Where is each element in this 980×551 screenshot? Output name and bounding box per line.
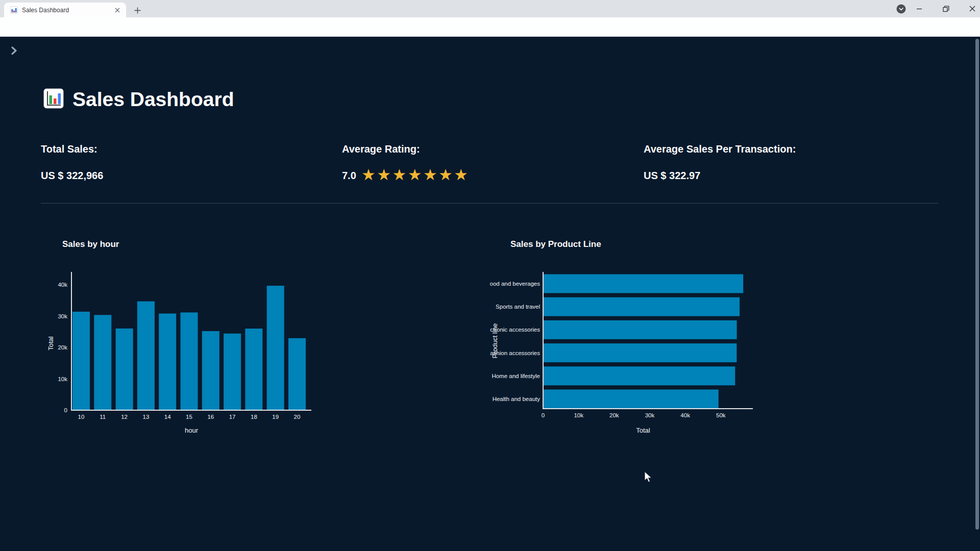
horizontal-divider [41, 203, 938, 204]
y-tick-label: Home and lifestyle [492, 373, 540, 379]
tab-strip: Sales Dashboard [0, 0, 980, 17]
x-tick-label: 10 [78, 414, 85, 420]
x-tick-label: 30k [645, 412, 655, 418]
x-axis-title: Total [636, 427, 650, 434]
bar [544, 297, 740, 316]
y-axis-title: Total [47, 336, 55, 350]
x-tick-label: 40k [680, 412, 690, 418]
tab-close-icon[interactable] [113, 6, 122, 15]
x-tick-label: 10k [574, 412, 583, 418]
x-tick-label: 20k [609, 412, 619, 418]
scrollbar-thumb[interactable] [975, 39, 979, 530]
y-tick-label: 20k [58, 344, 67, 350]
sales-by-product-line-chart: Sales by Product LineFood and beveragesS… [490, 219, 786, 450]
page-title: Sales Dashboard [72, 88, 234, 111]
y-tick-label: 40k [58, 282, 67, 288]
x-axis-title: hour [185, 427, 199, 434]
x-tick-label: 19 [272, 414, 279, 420]
bar [72, 312, 90, 410]
kpi-total-sales: Total Sales: US $ 322,966 [41, 143, 103, 182]
bar [544, 320, 737, 339]
x-tick-label: 20 [294, 414, 301, 420]
kpi-label: Total Sales: [41, 143, 103, 155]
kpi-value: 7.0 [342, 170, 356, 182]
bar [181, 312, 198, 410]
x-tick-label: 11 [100, 414, 106, 420]
browser-tab[interactable]: Sales Dashboard [4, 3, 126, 17]
bar [116, 329, 133, 410]
x-tick-label: 15 [186, 414, 192, 420]
bar-chart-emoji [43, 88, 64, 111]
bar [245, 329, 262, 410]
bar [202, 331, 219, 410]
chart-title: Sales by Product Line [510, 239, 601, 249]
x-tick-label: 17 [229, 414, 236, 420]
y-tick-label: 10k [58, 376, 67, 382]
streamlit-app: Sales Dashboard Total Sales: US $ 322,96… [0, 37, 980, 551]
bar [94, 315, 111, 410]
bar [159, 314, 176, 410]
y-tick-label: 0 [64, 407, 67, 413]
expand-sidebar-chevron-icon[interactable] [9, 45, 18, 58]
mouse-cursor [644, 471, 653, 486]
x-tick-label: 0 [542, 412, 545, 418]
x-tick-label: 16 [207, 414, 214, 420]
y-tick-label: Food and beverages [490, 281, 540, 287]
bar [267, 286, 284, 410]
new-tab-button[interactable] [131, 4, 144, 17]
y-tick-label: Sports and travel [496, 304, 540, 310]
kpi-value: US $ 322,966 [41, 170, 103, 182]
bar [544, 366, 735, 385]
x-tick-label: 18 [251, 414, 257, 420]
browser-toolbar: localhost:8501 文 A G [0, 17, 980, 37]
chart-title: Sales by hour [62, 239, 119, 249]
browser-window: Sales Dashboard [0, 0, 980, 551]
kpi-label: Average Sales Per Transaction: [644, 143, 796, 155]
x-tick-label: 14 [164, 414, 171, 420]
kpi-value: US $ 322.97 [644, 170, 796, 182]
bar-chart-favicon [10, 6, 18, 14]
close-icon[interactable] [961, 0, 980, 17]
x-tick-label: 13 [143, 414, 150, 420]
bar [137, 302, 155, 410]
x-tick-label: 50k [716, 412, 726, 418]
restore-icon[interactable] [934, 0, 958, 17]
y-axis-title: Product line [491, 323, 499, 359]
x-tick-label: 12 [121, 414, 128, 420]
y-tick-label: 30k [58, 313, 67, 319]
sales-by-hour-chart: Sales by hour1011121314151617181920010k2… [41, 219, 330, 450]
minimize-icon[interactable] [908, 0, 931, 17]
kpi-average-rating: Average Rating: 7.0 ★★★★★★★ [342, 143, 470, 182]
star-rating-icons: ★★★★★★★ [362, 170, 470, 180]
bar [544, 274, 743, 293]
bar [544, 390, 719, 409]
bar [224, 334, 241, 410]
kpi-label: Average Rating: [342, 143, 470, 155]
bar [544, 343, 737, 362]
y-tick-label: Health and beauty [493, 396, 541, 402]
kpi-average-sales-per-transaction: Average Sales Per Transaction: US $ 322.… [644, 143, 796, 182]
bar [288, 338, 306, 410]
tab-title: Sales Dashboard [22, 7, 113, 14]
